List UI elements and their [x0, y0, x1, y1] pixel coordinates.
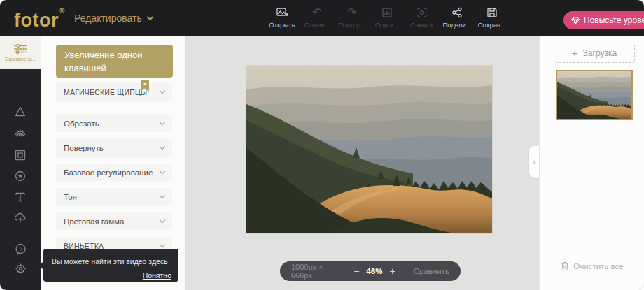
trash-icon [561, 261, 569, 271]
upload-label: Загрузка [583, 48, 617, 58]
share-icon [451, 6, 463, 20]
save-button[interactable]: Сохран... [475, 6, 510, 29]
rail-item-basic-adjust[interactable]: Базовое р... [0, 36, 41, 69]
compare-button[interactable]: Сравнить [414, 267, 449, 275]
image-dimensions: 1000px × 666px [291, 263, 340, 280]
tooltip-text: Вы можете найти эти видео здесь [52, 257, 168, 266]
bookmark-icon [140, 80, 150, 94]
zoom-status-bar: 1000px × 666px − 46% + Сравнить [280, 261, 461, 281]
share-label: Подели... [442, 21, 471, 29]
rail-item-text[interactable] [0, 187, 41, 207]
original-label: Ориги... [375, 21, 400, 29]
upload-button[interactable]: + Загрузка [554, 43, 635, 63]
upgrade-badge[interactable]: Повысьте уровень [564, 11, 644, 29]
section-rotate[interactable]: Повернуть [56, 139, 172, 157]
section-label: Обрезать [64, 119, 99, 128]
zoom-out-button[interactable]: − [351, 266, 362, 277]
snapshot-button[interactable]: Снимок [405, 6, 440, 29]
help-icon: ? [14, 242, 27, 256]
upgrade-label: Повысьте уровень [584, 15, 644, 25]
section-label: Повернуть [64, 144, 104, 152]
landscape-thumbnail [557, 71, 631, 119]
mode-label: Редактировать [74, 13, 142, 24]
top-toolbar: Открыть ↶ Отмен... ↷ Повтор... Ориги... [265, 6, 510, 29]
undo-icon: ↶ [312, 6, 321, 20]
gem-icon [571, 17, 580, 24]
plus-icon: + [572, 48, 578, 58]
video-hint-tooltip: Вы можете найти эти видео здесь Понятно [43, 249, 178, 282]
section-label: МАГИЧЕСКИЕ ЩИПЦЫ [64, 88, 147, 96]
rail-item-stickers[interactable] [0, 166, 41, 186]
cloud-upload-icon [13, 211, 27, 225]
tooltip-dismiss-link[interactable]: Понятно [52, 271, 172, 280]
chevron-down-icon [160, 242, 165, 247]
open-label: Открыть [269, 21, 295, 29]
text-icon [13, 190, 27, 204]
open-image-icon [276, 6, 288, 20]
rail-item-cloud-upload[interactable] [0, 208, 41, 228]
zoom-in-button[interactable]: + [387, 266, 398, 277]
rail-item-beauty[interactable] [0, 124, 41, 143]
chevron-down-icon [146, 13, 153, 20]
chevron-down-icon [160, 88, 165, 94]
mode-dropdown[interactable]: Редактировать [74, 0, 153, 36]
section-crop[interactable]: Обрезать [56, 115, 172, 132]
uploads-panel: + Загрузка Очистить все [539, 36, 644, 290]
frames-icon [13, 148, 27, 162]
section-magic-clippers[interactable]: МАГИЧЕСКИЕ ЩИПЦЫ [56, 83, 172, 101]
rail-item-frames[interactable] [0, 145, 41, 165]
chevron-right-icon: › [533, 158, 536, 166]
chevron-down-icon [160, 119, 165, 125]
effects-icon [13, 105, 27, 119]
section-color-gamma[interactable]: Цветовая гамма [56, 212, 172, 230]
original-icon [381, 6, 393, 20]
one-tap-enhance-button[interactable]: Увеличение одной клавишей [56, 45, 173, 78]
open-button[interactable]: Открыть [265, 6, 300, 29]
redo-button[interactable]: ↷ Повтор... [335, 6, 370, 29]
clear-all-label: Очистить все [573, 262, 623, 270]
left-tool-rail: Базовое р... ? [0, 36, 41, 290]
share-button[interactable]: Подели... [440, 6, 475, 29]
landscape-photo [246, 66, 492, 233]
undo-button[interactable]: ↶ Отмен... [300, 6, 335, 29]
fotor-editor-window: fotor® Редактировать Открыть ↶ Отмен... … [0, 0, 644, 290]
save-label: Сохран... [478, 21, 507, 29]
snapshot-label: Снимок [410, 21, 433, 29]
chevron-down-icon [160, 217, 165, 223]
svg-text:?: ? [18, 245, 22, 252]
chevron-down-icon [160, 168, 165, 174]
rail-item-label: Базовое р... [5, 56, 36, 62]
stickers-icon [13, 169, 27, 183]
chevron-down-icon [160, 144, 165, 150]
registered-mark: ® [59, 7, 65, 15]
right-panel-collapse-handle[interactable]: › [529, 146, 539, 178]
section-label: Базовое регулирование [64, 168, 153, 177]
fotor-logo[interactable]: fotor® [14, 0, 64, 36]
rail-item-settings[interactable] [0, 259, 41, 278]
snapshot-icon [416, 6, 428, 20]
section-label: Цветовая гамма [64, 217, 124, 226]
undo-label: Отмен... [304, 21, 330, 29]
settings-gear-icon [14, 262, 27, 275]
tooltip-arrow [39, 261, 43, 270]
panel-divider [552, 256, 638, 256]
redo-label: Повтор... [338, 21, 366, 29]
top-bar: fotor® Редактировать Открыть ↶ Отмен... … [0, 0, 644, 36]
section-label: Тон [64, 193, 77, 201]
rail-item-effects[interactable] [0, 102, 41, 122]
section-tone[interactable]: Тон [56, 188, 172, 205]
redo-icon: ↷ [347, 6, 356, 20]
save-icon [486, 6, 498, 20]
clear-all-button[interactable]: Очистить все [540, 261, 644, 271]
chevron-down-icon [160, 193, 165, 198]
rail-item-help[interactable]: ? [0, 239, 41, 259]
beauty-eye-icon [13, 126, 27, 140]
original-button[interactable]: Ориги... [370, 6, 405, 29]
section-basic-adjust[interactable]: Базовое регулирование [56, 164, 172, 181]
adjust-sliders-icon [13, 44, 27, 54]
zoom-level: 46% [367, 267, 383, 275]
editor-canvas: 1000px × 666px − 46% + Сравнить › [186, 36, 539, 290]
image-thumbnail[interactable] [556, 70, 633, 120]
working-image[interactable] [246, 66, 492, 233]
